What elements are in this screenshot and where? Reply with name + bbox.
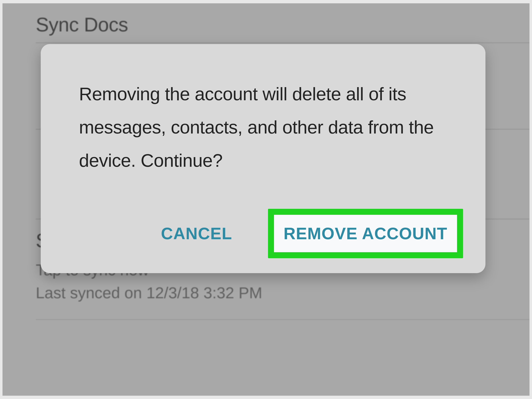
cancel-button[interactable]: CANCEL: [151, 217, 242, 250]
dialog-actions: CANCEL REMOVE ACCOUNT: [79, 209, 447, 258]
tutorial-highlight: REMOVE ACCOUNT: [268, 209, 463, 258]
remove-account-dialog: Removing the account will delete all of …: [41, 44, 485, 273]
remove-account-button[interactable]: REMOVE ACCOUNT: [274, 215, 457, 252]
device-content: Sync Docs Sync Gmail Tap to sync now Las…: [2, 3, 530, 396]
screenshot-frame: Sync Docs Sync Gmail Tap to sync now Las…: [0, 0, 532, 399]
dialog-message: Removing the account will delete all of …: [79, 77, 447, 177]
